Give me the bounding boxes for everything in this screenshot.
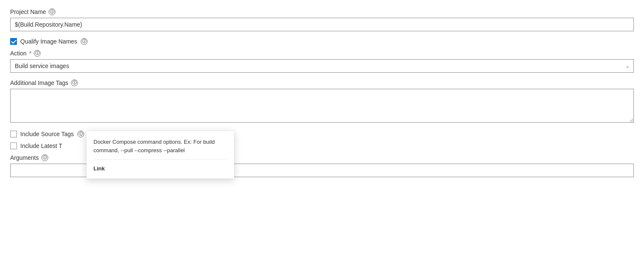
project-name-label: Project Name ⓘ — [10, 8, 634, 15]
tooltip-separator — [93, 159, 227, 160]
action-info-icon[interactable]: ⓘ — [34, 50, 41, 57]
include-latest-tag-label: Include Latest T — [20, 142, 62, 149]
tooltip-popup: Docker Compose command options. Ex: For … — [86, 131, 234, 179]
include-source-tags-label: Include Source Tags — [20, 131, 74, 137]
qualify-image-names-info-icon[interactable]: ⓘ — [81, 38, 88, 45]
arguments-info-icon[interactable]: ⓘ — [41, 154, 48, 161]
qualify-image-names-label: Qualify Image Names — [20, 38, 77, 45]
tooltip-link[interactable]: Link — [93, 165, 105, 172]
additional-image-tags-label: Additional Image Tags ⓘ — [10, 79, 634, 86]
bottom-section: Include Source Tags ⓘ Include Latest T D… — [10, 131, 634, 177]
action-group: Action * ⓘ Build service images Push ser… — [10, 50, 634, 73]
project-name-info-icon[interactable]: ⓘ — [49, 8, 55, 15]
qualify-image-names-checkbox[interactable] — [10, 38, 17, 45]
qualify-image-names-row: Qualify Image Names ⓘ — [10, 38, 634, 45]
action-select-wrapper: Build service images Push service images… — [10, 59, 634, 73]
additional-image-tags-info-icon[interactable]: ⓘ — [71, 79, 78, 86]
action-required-marker: * — [29, 50, 31, 57]
project-name-group: Project Name ⓘ — [10, 8, 634, 31]
include-source-tags-info-icon[interactable]: ⓘ — [77, 131, 84, 137]
action-text: Action — [10, 50, 27, 57]
additional-image-tags-input[interactable] — [10, 89, 634, 123]
action-select[interactable]: Build service images Push service images… — [10, 59, 634, 73]
action-label: Action * ⓘ — [10, 50, 634, 57]
arguments-label-text: Arguments — [10, 154, 39, 161]
include-source-tags-checkbox[interactable] — [10, 131, 17, 137]
tooltip-text: Docker Compose command options. Ex: For … — [93, 138, 227, 154]
project-name-text: Project Name — [10, 8, 46, 15]
project-name-input[interactable] — [10, 18, 634, 31]
include-latest-tag-checkbox[interactable] — [10, 142, 17, 149]
additional-image-tags-group: Additional Image Tags ⓘ — [10, 79, 634, 124]
include-latest-tag-row: Include Latest T Docker Compose command … — [10, 142, 634, 149]
additional-image-tags-text: Additional Image Tags — [10, 79, 69, 86]
